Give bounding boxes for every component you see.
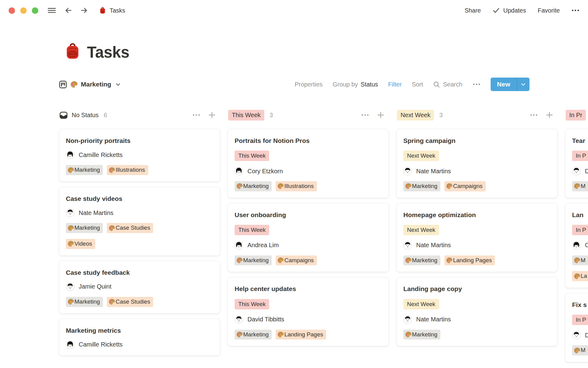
task-card[interactable]: LanIn PCMLa: [565, 203, 588, 288]
new-button[interactable]: New: [491, 78, 530, 91]
assignee-name: Andrea Lim: [247, 242, 279, 249]
sidebar-menu-button[interactable]: [47, 6, 56, 15]
column-header: No Status6: [59, 109, 220, 121]
task-card[interactable]: Non-priority portraitsCamille RickettsMa…: [59, 129, 220, 182]
tag-label: M: [581, 182, 586, 190]
palette-icon: [68, 167, 74, 173]
view-switcher[interactable]: Marketing: [59, 80, 121, 89]
filter-button[interactable]: Filter: [388, 81, 401, 88]
toolbar-more-button[interactable]: [473, 83, 481, 86]
breadcrumb-title: Tasks: [110, 7, 125, 14]
task-card[interactable]: Homepage optimizationNext WeekNate Marti…: [396, 203, 558, 272]
card-assignee: Nate Martins: [403, 241, 551, 250]
card-tag: Marketing: [66, 223, 103, 233]
column-menu-button[interactable]: [361, 114, 369, 116]
no-status-icon: [59, 111, 68, 119]
properties-button[interactable]: Properties: [295, 81, 322, 88]
board-column: Next Week3Spring campaignNext WeekNate M…: [396, 109, 558, 351]
hamburger-icon: [47, 6, 56, 15]
palette-icon: [68, 241, 74, 247]
window-more-button[interactable]: [571, 9, 579, 12]
column-header: In Pr: [565, 109, 588, 121]
task-card[interactable]: Portraits for Notion ProsThis WeekCory E…: [228, 129, 389, 198]
palette-icon: [70, 81, 77, 88]
share-button[interactable]: Share: [465, 7, 481, 14]
column-status-badge: In Pr: [566, 110, 586, 121]
more-dots-icon: [473, 83, 481, 86]
assignee-name: Nate Martins: [416, 242, 451, 249]
tag-label: Campaigns: [284, 257, 314, 264]
back-button[interactable]: [64, 6, 73, 15]
new-button-chevron[interactable]: [517, 78, 530, 91]
updates-button[interactable]: Updates: [492, 7, 526, 14]
task-card[interactable]: Case study videosNate MartinsMarketingCa…: [59, 187, 220, 256]
breadcrumb[interactable]: Tasks: [97, 6, 127, 14]
palette-icon: [446, 183, 452, 189]
add-card-button[interactable]: [208, 111, 216, 119]
column-menu-button[interactable]: [530, 114, 538, 116]
sort-button[interactable]: Sort: [412, 81, 423, 88]
palette-icon: [574, 257, 580, 263]
close-window-button[interactable]: [9, 7, 15, 14]
card-tag: Landing Pages: [444, 255, 495, 266]
view-name: Marketing: [81, 81, 111, 88]
tag-label: Marketing: [74, 298, 100, 306]
palette-icon: [574, 347, 580, 354]
add-card-button[interactable]: [545, 111, 553, 119]
palette-icon: [236, 332, 243, 338]
card-title: Case study feedback: [66, 268, 213, 277]
group-by-button[interactable]: Group by Status: [333, 81, 378, 88]
tag-label: Case Studies: [115, 298, 150, 306]
tag-label: Illustrations: [115, 166, 145, 174]
tag-label: Campaigns: [453, 182, 482, 190]
task-card[interactable]: Spring campaignNext WeekNate MartinsMark…: [396, 129, 558, 198]
task-card[interactable]: Marketing metricsCamille Ricketts: [59, 319, 220, 356]
assignee-name: Camille Ricketts: [79, 151, 123, 159]
task-card[interactable]: Help center updatesThis WeekDavid Tibbit…: [228, 277, 389, 346]
column-menu-button[interactable]: [192, 114, 200, 116]
card-tag: Illustrations: [276, 181, 317, 191]
check-icon: [492, 7, 500, 14]
card-assignee: Camille Ricketts: [66, 151, 213, 159]
tag-label: Marketing: [243, 257, 269, 264]
minimize-window-button[interactable]: [20, 7, 27, 14]
board-column: No Status6Non-priority portraitsCamille …: [59, 109, 220, 361]
page-title[interactable]: Tasks: [87, 44, 129, 60]
card-title: Help center updates: [235, 285, 382, 293]
favorite-button[interactable]: Favorite: [538, 7, 560, 14]
task-card[interactable]: TearIn PDM: [565, 129, 588, 198]
card-tag: Case Studies: [107, 223, 153, 233]
add-card-button[interactable]: [377, 111, 385, 119]
tag-label: La: [581, 272, 587, 280]
search-button[interactable]: Search: [433, 81, 462, 88]
avatar-woman-icon: [235, 241, 243, 250]
card-status-badge: This Week: [235, 299, 269, 309]
card-tag: M: [572, 345, 588, 355]
avatar-man-icon: [403, 167, 412, 175]
assignee-name: David Tibbitts: [247, 316, 284, 323]
task-card[interactable]: Landing page copyNext WeekNate MartinsMa…: [396, 277, 558, 346]
task-card[interactable]: Case study feedbackJamie QuintMarketingC…: [59, 261, 220, 314]
avatar-man-icon: [403, 241, 412, 250]
palette-icon: [405, 257, 411, 263]
card-tag: Case Studies: [107, 297, 153, 307]
forward-button[interactable]: [80, 6, 89, 15]
tag-label: Marketing: [243, 331, 269, 339]
assignee-name: Nate Martins: [416, 168, 451, 175]
card-assignee: Nate Martins: [66, 209, 213, 217]
zoom-window-button[interactable]: [32, 7, 38, 14]
card-tag: Campaigns: [276, 255, 317, 266]
card-assignee: Nate Martins: [403, 167, 551, 175]
avatar-man-icon: [66, 209, 74, 217]
tag-label: Marketing: [412, 257, 437, 264]
task-card[interactable]: Fix sIn PDM: [565, 293, 588, 362]
page-icon-backpack[interactable]: [64, 42, 81, 60]
assignee-name: Jamie Quint: [79, 283, 111, 290]
palette-icon: [405, 332, 411, 338]
task-card[interactable]: User onboardingThis WeekAndrea LimMarket…: [228, 203, 389, 272]
card-tag: Marketing: [66, 165, 103, 175]
chevron-down-icon: [115, 82, 121, 87]
card-title: Non-priority portraits: [66, 136, 213, 145]
tag-label: Landing Pages: [453, 257, 492, 264]
card-assignee: D: [572, 331, 588, 339]
